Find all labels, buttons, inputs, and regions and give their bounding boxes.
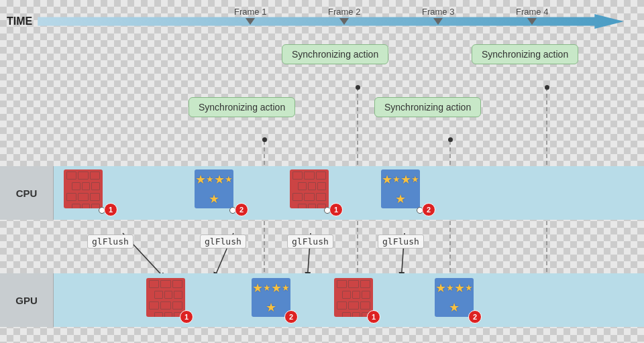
cpu-thumb-stars-2: ★ ★ ★ ★ ★: [381, 169, 420, 208]
brick-pattern: [334, 278, 373, 317]
gpu-badge-3: 1: [367, 310, 380, 324]
gpu-thumb-stars-1: ★ ★ ★ ★ ★: [252, 278, 290, 317]
star-icon: ★: [271, 282, 282, 294]
gpu-thumb-stars-2: ★ ★ ★ ★ ★: [435, 278, 474, 317]
star-icon: ★: [382, 174, 392, 186]
time-label: TIME: [7, 15, 32, 27]
sync-box-bottom-1: Synchronizing action: [189, 97, 295, 117]
star-icon: ★: [214, 174, 225, 186]
star-icon: ★: [465, 283, 473, 292]
sync-box-bottom-2: Synchronizing action: [374, 97, 481, 117]
frame-4-arrow: [527, 18, 537, 25]
gpu-label: GPU: [0, 273, 54, 327]
cpu-thumb-stars-1: ★ ★ ★ ★ ★: [195, 169, 233, 208]
gpu-thumb-brick-1: [146, 278, 185, 317]
star-icon: ★: [446, 283, 454, 292]
stars-pattern: ★ ★ ★ ★ ★: [195, 169, 233, 208]
frame-4-marker: Frame 4: [516, 7, 548, 25]
star-icon: ★: [454, 282, 465, 294]
sync-box-top-2: Synchronizing action: [472, 44, 578, 64]
star-icon: ★: [400, 174, 411, 186]
cpu-badge-1: 1: [104, 203, 117, 216]
brick-pattern: [146, 278, 185, 317]
cpu-label: CPU: [0, 166, 54, 220]
star-icon: ★: [435, 282, 446, 294]
diagram: TIME Frame 1 Frame 2 Frame 3 Frame 4 Syn…: [0, 0, 644, 343]
frame-2-marker: Frame 2: [328, 7, 360, 25]
frame-1-arrow: [246, 18, 255, 25]
brick-pattern: [290, 169, 329, 208]
star-icon: ★: [225, 175, 233, 184]
frame-1-marker: Frame 1: [234, 7, 266, 25]
star-icon: ★: [411, 175, 419, 184]
frame-2-label: Frame 2: [328, 7, 360, 17]
sync-dot-top-1: [356, 85, 360, 90]
frame-4-label: Frame 4: [516, 7, 548, 17]
gl-flush-4: glFlush: [378, 234, 424, 249]
star-icon: ★: [449, 301, 460, 314]
sync-dot-bottom-1: [262, 137, 267, 142]
gpu-badge-4: 2: [468, 310, 482, 324]
brick-pattern: [64, 169, 103, 208]
cpu-thumb-brick-1: [64, 169, 103, 208]
stars-pattern: ★ ★ ★ ★ ★: [381, 169, 420, 208]
star-icon: ★: [195, 174, 206, 186]
star-icon: ★: [395, 193, 406, 205]
star-icon: ★: [206, 175, 214, 184]
cpu-badge-2: 2: [235, 203, 248, 216]
star-icon: ★: [392, 175, 400, 184]
cpu-thumb-brick-2: [290, 169, 329, 208]
star-icon: ★: [209, 193, 219, 205]
star-icon: ★: [282, 283, 290, 292]
stars-pattern: ★ ★ ★ ★ ★: [435, 278, 474, 317]
stars-pattern: ★ ★ ★ ★ ★: [252, 278, 290, 317]
cpu-badge-3: 1: [329, 203, 343, 216]
sync-box-top-1: Synchronizing action: [282, 44, 388, 64]
gpu-row: GPU: [0, 273, 644, 327]
star-icon: ★: [266, 301, 276, 314]
sync-dot-bottom-2: [448, 137, 453, 142]
gl-flush-1: glFlush: [87, 234, 133, 249]
gl-flush-2: glFlush: [200, 234, 246, 249]
gpu-thumb-brick-2: [334, 278, 373, 317]
sync-dot-top-2: [545, 85, 549, 90]
star-icon: ★: [263, 283, 271, 292]
frame-1-label: Frame 1: [234, 7, 266, 17]
frame-3-marker: Frame 3: [422, 7, 454, 25]
gpu-badge-1: 1: [180, 310, 193, 324]
frame-3-label: Frame 3: [422, 7, 454, 17]
star-icon: ★: [252, 282, 263, 294]
gl-flush-3: glFlush: [287, 234, 333, 249]
frame-2-arrow: [339, 18, 349, 25]
cpu-badge-4: 2: [422, 203, 435, 216]
gpu-badge-2: 2: [284, 310, 298, 324]
frame-3-arrow: [433, 18, 443, 25]
